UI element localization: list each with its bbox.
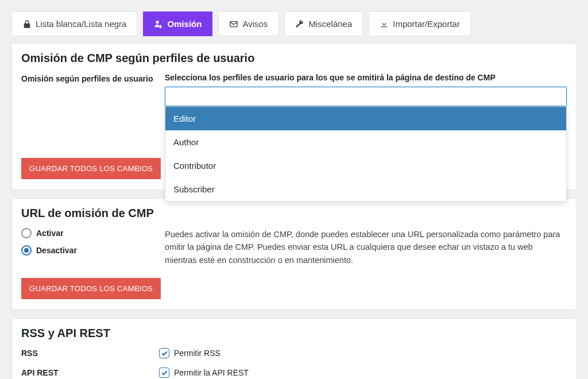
tab-whitelist-blacklist[interactable]: Lista blanca/Lista negra (11, 11, 137, 36)
download-icon (380, 20, 389, 29)
save-button[interactable]: GUARDAR TODOS LOS CAMBIOS (21, 278, 161, 299)
check-icon (159, 368, 169, 378)
wrench-icon (295, 20, 304, 29)
panel-user-roles: Omisión de CMP según perfiles de usuario… (11, 43, 577, 190)
rss-label: RSS (21, 349, 159, 358)
dropdown-option-editor[interactable]: Editor (165, 107, 566, 130)
save-button[interactable]: GUARDAR TODOS LOS CAMBIOS (21, 158, 161, 179)
tab-label: Avisos (242, 19, 268, 29)
tabs-bar: Lista blanca/Lista negra Omisión Avisos … (11, 11, 577, 36)
roles-description: Selecciona los perfiles de usuario para … (165, 73, 567, 82)
panel-title: URL de omisión de CMP (21, 207, 567, 220)
tab-label: Omisión (167, 19, 202, 29)
lock-icon (22, 20, 32, 29)
radio-deactivate[interactable]: Desactivar (21, 245, 159, 256)
help-text: Puedes activar la omisión de CMP, donde … (165, 228, 567, 266)
check-icon (159, 348, 169, 358)
roles-multiselect-input[interactable] (165, 87, 567, 106)
panel-rss-api: RSS y API REST RSS Permitir RSS API REST… (11, 318, 577, 379)
tab-avisos[interactable]: Avisos (218, 11, 278, 36)
panel-title: RSS y API REST (21, 327, 567, 340)
radio-label: Desactivar (36, 246, 77, 255)
checkbox-label: Permitir RSS (174, 349, 220, 358)
row-label-roles: Omisión según perfiles de usuario (21, 73, 159, 83)
tab-miscelanea[interactable]: Miscelánea (284, 11, 363, 36)
dropdown-option-author[interactable]: Author (165, 130, 566, 154)
dropdown-option-contributor[interactable]: Contributor (165, 154, 566, 177)
dropdown-option-subscriber[interactable]: Subscriber (165, 177, 566, 201)
panel-bypass-url: URL de omisión de CMP Activar Desactivar… (11, 198, 577, 310)
checkbox-rss[interactable]: Permitir RSS (159, 348, 220, 358)
tab-label: Importar/Exportar (393, 19, 460, 29)
panel-title: Omisión de CMP según perfiles de usuario (21, 52, 567, 65)
radio-label: Activar (36, 229, 63, 238)
radio-icon (21, 245, 32, 256)
tab-omision[interactable]: Omisión (143, 11, 212, 36)
roles-dropdown: Editor Author Contributor Subscriber (165, 106, 567, 202)
checkbox-api[interactable]: Permitir la API REST (159, 368, 249, 378)
checkbox-label: Permitir la API REST (174, 368, 249, 377)
tab-import-export[interactable]: Importar/Exportar (369, 11, 471, 36)
radio-activate[interactable]: Activar (21, 228, 159, 238)
radio-icon (21, 228, 32, 238)
user-lock-icon (154, 20, 163, 29)
mail-icon (229, 20, 238, 29)
api-label: API REST (21, 368, 159, 377)
tab-label: Miscelánea (308, 19, 352, 29)
tab-label: Lista blanca/Lista negra (36, 19, 126, 29)
